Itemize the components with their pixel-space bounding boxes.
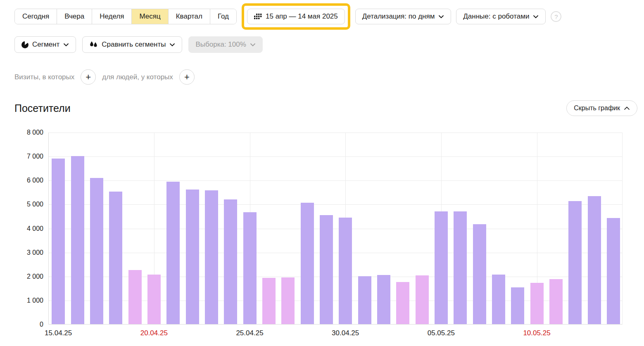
y-tick-label: 5 000 — [14, 201, 43, 208]
period-button-5[interactable]: Квартал — [168, 9, 210, 24]
bar-13.05.25[interactable] — [588, 196, 601, 324]
bar-18.04.25[interactable] — [109, 192, 122, 324]
bar-20.04.25[interactable] — [147, 275, 161, 324]
date-range-label: 15 апр — 14 мая 2025 — [266, 12, 338, 21]
sampling-label: Выборка: 100% — [195, 40, 246, 49]
page-title: Посетители — [14, 102, 71, 114]
x-tick-label: 20.04.25 — [140, 329, 168, 337]
chevron-up-icon — [624, 107, 630, 110]
chevron-down-icon — [533, 15, 539, 19]
chevron-down-icon — [169, 43, 175, 47]
period-button-2[interactable]: Вчера — [57, 9, 92, 24]
bar-06.05.25[interactable] — [454, 211, 467, 324]
plus-icon: + — [184, 72, 190, 83]
chevron-down-icon — [63, 43, 69, 47]
x-tick-label: 05.05.25 — [428, 329, 455, 337]
y-tick-label: 3 000 — [14, 249, 43, 256]
y-tick-label: 6 000 — [14, 177, 43, 184]
visitors-bar-chart: 8 0007 0006 0005 0004 0003 0002 0001 000… — [14, 133, 623, 343]
bar-04.05.25[interactable] — [416, 275, 429, 324]
bar-21.04.25[interactable] — [166, 182, 180, 324]
detalization-label: Детализация: по дням — [362, 12, 435, 21]
plot-area: 15.04.2520.04.2525.04.2530.04.2505.05.25… — [48, 133, 623, 325]
segment-label: Сегмент — [32, 40, 59, 49]
x-tick-label: 15.04.25 — [45, 329, 72, 337]
bar-09.05.25[interactable] — [511, 287, 524, 324]
bar-26.04.25[interactable] — [262, 278, 276, 324]
data-mode-dropdown[interactable]: Данные: с роботами — [456, 9, 546, 24]
help-icon[interactable]: ? — [551, 11, 561, 22]
visitors-header: Посетители Скрыть график — [14, 100, 637, 116]
bar-05.05.25[interactable] — [435, 211, 448, 324]
hide-chart-button[interactable]: Скрыть график — [566, 100, 637, 116]
chevron-down-icon — [250, 43, 256, 47]
bar-22.04.25[interactable] — [186, 190, 199, 324]
bar-11.05.25[interactable] — [549, 279, 563, 324]
plus-icon: + — [86, 72, 91, 83]
bar-03.05.25[interactable] — [396, 282, 409, 324]
x-tick-label: 10.05.25 — [523, 329, 550, 337]
period-button-6[interactable]: Год — [210, 9, 236, 24]
add-visit-filter-button[interactable]: + — [81, 69, 96, 85]
compare-segments-dropdown[interactable]: Сравнить сегменты — [82, 36, 182, 53]
bar-01.05.25[interactable] — [358, 276, 371, 324]
bar-25.04.25[interactable] — [243, 212, 257, 324]
x-tick-label: 30.04.25 — [332, 329, 359, 337]
tutorial-highlight-frame: 15 апр — 14 мая 2025 — [242, 3, 350, 30]
y-tick-label: 7 000 — [14, 153, 43, 160]
bar-14.05.25[interactable] — [607, 218, 620, 324]
h-gridline — [49, 156, 622, 157]
visits-filter-label: Визиты, в которых — [14, 73, 74, 81]
bar-29.04.25[interactable] — [320, 215, 333, 324]
period-toolbar: СегодняВчераНеделяМесяцКварталГод 15 апр… — [0, 0, 644, 30]
bar-28.04.25[interactable] — [301, 203, 314, 324]
bar-12.05.25[interactable] — [568, 201, 582, 324]
bar-10.05.25[interactable] — [530, 283, 544, 324]
bar-07.05.25[interactable] — [473, 224, 486, 324]
segment-pie-icon — [21, 41, 29, 48]
bar-17.04.25[interactable] — [90, 178, 103, 324]
detalization-dropdown[interactable]: Детализация: по дням — [355, 9, 452, 24]
calendar-grid-icon — [254, 13, 262, 20]
h-gridline — [49, 229, 622, 229]
period-button-3[interactable]: Неделя — [92, 9, 131, 24]
y-tick-label: 1 000 — [14, 297, 43, 304]
data-mode-label: Данные: с роботами — [463, 12, 529, 21]
bar-23.04.25[interactable] — [205, 190, 218, 324]
bar-16.04.25[interactable] — [71, 156, 84, 324]
add-people-filter-button[interactable]: + — [179, 69, 195, 85]
x-tick-label: 25.04.25 — [236, 329, 263, 337]
people-filter-label: для людей, у которых — [102, 73, 173, 81]
bar-24.04.25[interactable] — [224, 199, 237, 324]
compare-segments-label: Сравнить сегменты — [102, 40, 166, 49]
droplets-icon — [89, 41, 98, 49]
segment-dropdown[interactable]: Сегмент — [14, 36, 76, 53]
h-gridline — [49, 204, 622, 205]
h-gridline — [49, 180, 622, 181]
chevron-down-icon — [438, 15, 444, 19]
period-button-4[interactable]: Месяц — [131, 9, 168, 24]
h-gridline — [49, 253, 622, 253]
bar-15.04.25[interactable] — [52, 159, 65, 324]
sampling-dropdown[interactable]: Выборка: 100% — [188, 36, 262, 53]
bar-27.04.25[interactable] — [281, 277, 295, 324]
period-button-1[interactable]: Сегодня — [15, 9, 57, 24]
y-tick-label: 0 — [14, 321, 43, 328]
h-gridline — [49, 133, 622, 133]
y-tick-label: 8 000 — [14, 129, 43, 136]
hide-chart-label: Скрыть график — [574, 104, 620, 112]
bar-30.04.25[interactable] — [339, 218, 352, 324]
date-range-button[interactable]: 15 апр — 14 мая 2025 — [247, 9, 345, 24]
segment-toolbar: Сегмент Сравнить сегменты Выборка: 100% — [14, 36, 644, 53]
bar-19.04.25[interactable] — [128, 270, 142, 324]
period-button-group: СегодняВчераНеделяМесяцКварталГод — [14, 9, 237, 24]
y-tick-label: 2 000 — [14, 273, 43, 280]
bar-02.05.25[interactable] — [377, 275, 390, 324]
y-tick-label: 4 000 — [14, 225, 43, 232]
bar-08.05.25[interactable] — [492, 275, 505, 324]
filter-bar: Визиты, в которых + для людей, у которых… — [14, 69, 644, 85]
